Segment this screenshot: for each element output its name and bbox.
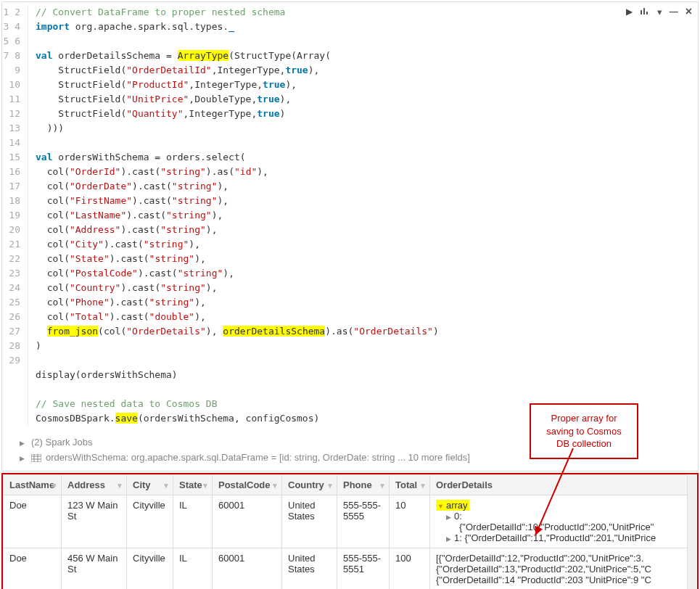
cell-country: United States (282, 495, 337, 548)
cell-lastname: Doe (4, 495, 62, 548)
cell-postalcode: 60001 (213, 495, 282, 548)
code-content: // Convert DataFrame to proper nested sc… (28, 5, 698, 426)
chevron-down-icon[interactable] (657, 7, 662, 17)
close-icon[interactable] (685, 5, 692, 18)
expand-icon[interactable] (446, 511, 454, 522)
table-row: Doe 123 W Main St Cityville IL 60001 Uni… (4, 495, 697, 548)
expand-icon[interactable] (446, 532, 454, 543)
cell-total: 100 (390, 548, 430, 590)
svg-rect-0 (641, 10, 642, 15)
cell-country: United States (282, 548, 337, 590)
sort-icon[interactable] (379, 481, 386, 489)
col-orderdetails[interactable]: OrderDetails (430, 475, 697, 495)
svg-rect-2 (646, 12, 648, 15)
cell-phone: 555-555-5555 (337, 495, 390, 548)
cell-city: Cityville (127, 548, 173, 590)
cell-postalcode: 60001 (213, 548, 282, 590)
sort-icon[interactable] (116, 481, 123, 489)
cell-phone: 555-555-5551 (337, 548, 390, 590)
table-icon (31, 452, 41, 463)
cell-address: 456 W Main St (62, 548, 127, 590)
array-toggle[interactable]: array (436, 500, 469, 511)
cell-total: 10 (390, 495, 430, 548)
cell-state: IL (173, 495, 213, 548)
col-state[interactable]: State (173, 475, 213, 495)
bar-chart-icon[interactable] (640, 7, 650, 17)
result-table: LastName Address City State PostalCode C… (3, 474, 697, 589)
sort-icon[interactable] (202, 481, 209, 489)
sort-icon[interactable] (162, 481, 170, 489)
sort-icon[interactable] (419, 481, 427, 489)
minimize-icon[interactable] (670, 7, 678, 17)
cell-orderdetails[interactable]: array 0: {"OrderDetailId":10,"ProductId"… (430, 495, 697, 548)
table-row: Doe 456 W Main St Cityville IL 60001 Uni… (4, 548, 697, 590)
table-header-row: LastName Address City State PostalCode C… (4, 475, 697, 495)
cell-address: 123 W Main St (62, 495, 127, 548)
vertical-scrollbar[interactable] (687, 474, 697, 589)
sort-icon[interactable] (271, 481, 279, 489)
col-phone[interactable]: Phone (337, 475, 390, 495)
expand-icon[interactable] (20, 452, 27, 463)
sort-icon[interactable] (51, 481, 58, 489)
cell-lastname: Doe (4, 548, 62, 590)
cell-orderdetails[interactable]: [{"OrderDetailId":12,"ProductId":200,"Un… (430, 548, 697, 590)
col-country[interactable]: Country (282, 475, 337, 495)
cell-city: Cityville (127, 495, 173, 548)
code-editor[interactable]: 1 2 3 4 5 6 7 8 9 10 11 12 13 14 15 16 1… (2, 2, 698, 430)
svg-rect-1 (643, 8, 645, 15)
notebook-cell: 1 2 3 4 5 6 7 8 9 10 11 12 13 14 15 16 1… (1, 1, 699, 471)
col-lastname[interactable]: LastName (4, 475, 62, 495)
result-table-wrap: LastName Address City State PostalCode C… (1, 473, 699, 589)
expand-icon[interactable] (20, 437, 27, 448)
annotation-callout: Proper array for saving to Cosmos DB col… (530, 403, 638, 459)
sort-icon[interactable] (326, 481, 334, 489)
line-gutter: 1 2 3 4 5 6 7 8 9 10 11 12 13 14 15 16 1… (2, 5, 28, 426)
col-city[interactable]: City (127, 475, 173, 495)
svg-rect-3 (31, 454, 41, 462)
col-address[interactable]: Address (62, 475, 127, 495)
cell-state: IL (173, 548, 213, 590)
run-icon[interactable] (626, 7, 633, 17)
col-total[interactable]: Total (390, 475, 430, 495)
col-postalcode[interactable]: PostalCode (213, 475, 282, 495)
cell-toolbar (626, 5, 692, 18)
